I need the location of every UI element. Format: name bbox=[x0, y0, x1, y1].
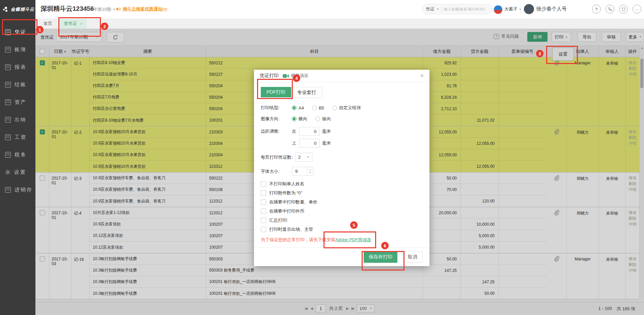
radio-icon[interactable] bbox=[292, 117, 297, 121]
sidebar-item-label: 工资 bbox=[15, 134, 27, 140]
per-page-select[interactable]: 2 ▼ bbox=[296, 153, 312, 162]
note-text: 为了保证您的正常打印，请先下载安装 bbox=[261, 237, 335, 242]
dialog-body: PDF打印 专业套打 打印纸型: A4B5自定义纸张 图像方向: 横向纵向 边距… bbox=[254, 82, 429, 243]
save-and-print-button[interactable]: 保存并打印 bbox=[364, 251, 397, 263]
sidebar: 金蝶精斗云 凭证账簿报表结账资产出纳工资税务设置进销存 bbox=[0, 0, 35, 315]
radio-label: A4 bbox=[299, 105, 304, 111]
chevron-down-icon[interactable]: ▼ bbox=[437, 8, 439, 11]
tab-label: 查凭证 bbox=[64, 21, 77, 27]
print-option[interactable]: 不打印制单人姓名 bbox=[261, 179, 423, 188]
search-input[interactable] bbox=[443, 7, 486, 11]
sidebar-item-label: 凭证 bbox=[15, 29, 27, 35]
radio-icon[interactable] bbox=[292, 105, 297, 110]
adobe-pdf-reader-link[interactable]: Adobe PDF阅读器 bbox=[335, 237, 371, 242]
period-selector[interactable]: 2017年第10期 ▼ bbox=[83, 6, 115, 12]
radio-option-B5[interactable]: B5 bbox=[312, 105, 324, 111]
topbar: 深圳精斗云123456 2017年第10期 ▼ 精斗云续签优惠通知>> 凭证 ▼… bbox=[35, 0, 644, 19]
sidebar-item-设置[interactable]: 设置 bbox=[0, 163, 35, 181]
sidebar-item-账簿[interactable]: 账簿 bbox=[0, 41, 35, 58]
tab-pdf-print[interactable]: PDF打印 bbox=[261, 87, 291, 97]
margin-left-input[interactable] bbox=[299, 127, 319, 136]
print-option-label: 打印时显示出纳、主管 bbox=[269, 226, 313, 232]
chevron-up-icon[interactable]: ▲ bbox=[309, 169, 311, 171]
question-icon: ? bbox=[592, 5, 601, 13]
period-label: 2017年第10期 bbox=[83, 6, 111, 12]
checkbox-icon[interactable] bbox=[261, 209, 266, 214]
sidebar-item-label: 结账 bbox=[15, 82, 27, 88]
print-option-label: 在摘要中打印外币 bbox=[269, 208, 304, 214]
phone-button[interactable] bbox=[606, 5, 614, 13]
checkbox-icon[interactable] bbox=[261, 199, 266, 205]
user-menu[interactable]: 大酱子 ▼ bbox=[504, 6, 522, 12]
print-option[interactable]: 在摘要中打印数量、单价 bbox=[261, 197, 423, 207]
radio-option-A4[interactable]: A4 bbox=[292, 105, 304, 111]
sidebar-item-结账[interactable]: 结账 bbox=[0, 76, 35, 93]
checkbox-icon[interactable] bbox=[261, 227, 266, 232]
print-option[interactable]: 汇总打印: bbox=[261, 216, 423, 225]
print-option[interactable]: 打印附件数为 “0” bbox=[261, 188, 423, 197]
checkbox-icon[interactable] bbox=[261, 218, 266, 223]
per-page-label: 每页打印凭证数: bbox=[261, 154, 293, 160]
sidebar-item-税务[interactable]: 税务 bbox=[0, 146, 35, 163]
font-size-stepper[interactable]: 9 ▲▼ bbox=[292, 167, 313, 176]
tab-pro-print[interactable]: 专业套打 bbox=[291, 87, 322, 98]
radio-option-横向[interactable]: 横向 bbox=[292, 116, 307, 122]
paper-type-options: A4B5自定义纸张 bbox=[292, 105, 369, 111]
exit-button[interactable]: ← bbox=[633, 5, 641, 13]
sidebar-item-出纳[interactable]: 出纳 bbox=[0, 111, 35, 128]
app-logo: 金蝶精斗云 bbox=[0, 0, 35, 19]
margin-label: 边距调整: bbox=[261, 128, 292, 134]
user-name: 大酱子 bbox=[504, 6, 517, 12]
sidebar-item-label: 资产 bbox=[15, 99, 27, 105]
print-option[interactable]: 在摘要中打印外币 bbox=[261, 207, 423, 216]
margin-left-label: 左 bbox=[292, 128, 299, 134]
help-button[interactable]: ? bbox=[592, 5, 601, 13]
close-icon[interactable]: × bbox=[80, 21, 83, 26]
sidebar-item-资产[interactable]: 资产 bbox=[0, 93, 35, 111]
radio-icon[interactable] bbox=[315, 117, 320, 121]
print-option-label: 在摘要中打印数量、单价 bbox=[269, 199, 317, 205]
chevron-down-icon[interactable]: ▼ bbox=[309, 172, 311, 174]
radio-label: 自定义纸张 bbox=[339, 105, 361, 111]
sidebar-item-工资[interactable]: 工资 bbox=[0, 128, 35, 146]
close-icon[interactable]: × bbox=[420, 72, 424, 79]
print-option[interactable]: 打印时显示出纳、主管 bbox=[261, 225, 423, 234]
checkbox-icon[interactable] bbox=[261, 181, 266, 187]
tab-home[interactable]: 首页 bbox=[39, 19, 57, 29]
margin-left-row: 边距调整: 左 毫米 bbox=[261, 127, 423, 136]
radio-icon[interactable] bbox=[312, 105, 317, 110]
checkbox-icon[interactable] bbox=[261, 190, 266, 196]
voucher-print-dialog: 凭证打印 视频演示 × PDF打印 专业套打 打印纸型: A4B5自定义纸张 图… bbox=[254, 70, 429, 266]
avatar[interactable] bbox=[524, 4, 534, 14]
sidebar-item-label: 进销存 bbox=[15, 187, 33, 193]
search-icon[interactable] bbox=[488, 7, 488, 12]
tab-view-voucher[interactable]: 查凭证 × bbox=[60, 19, 87, 29]
cancel-button[interactable]: 取消 bbox=[402, 251, 423, 263]
ledger-icon bbox=[5, 47, 11, 53]
sidebar-item-报表[interactable]: 报表 bbox=[0, 58, 35, 76]
avatar[interactable] bbox=[494, 5, 503, 14]
inventory-icon bbox=[5, 187, 11, 193]
account-name: 徐少春个人号 bbox=[536, 6, 567, 12]
tax-icon bbox=[5, 152, 11, 158]
notice-banner[interactable]: 精斗云续签优惠通知>> bbox=[116, 6, 167, 12]
theme-button[interactable] bbox=[619, 5, 628, 13]
margin-top-input[interactable] bbox=[299, 139, 319, 148]
sidebar-item-进销存[interactable]: 进销存 bbox=[0, 181, 35, 198]
divider bbox=[521, 5, 521, 13]
tab-list-chevron-icon[interactable]: ▼ bbox=[102, 22, 105, 26]
tab-strip: 首页 查凭证 × ▼ bbox=[35, 19, 644, 29]
notice-link[interactable]: 精斗云续签优惠通知>> bbox=[123, 6, 167, 12]
stepper-arrows[interactable]: ▲▼ bbox=[307, 167, 313, 176]
sidebar-item-凭证[interactable]: 凭证 bbox=[0, 23, 35, 41]
sidebar-item-label: 税务 bbox=[15, 152, 27, 158]
radio-option-自定义纸张[interactable]: 自定义纸张 bbox=[332, 105, 361, 111]
radio-icon[interactable] bbox=[332, 105, 337, 110]
sidebar-item-label: 报表 bbox=[15, 64, 27, 70]
font-size-label: 字体大小: bbox=[261, 168, 292, 175]
font-size-value: 9 bbox=[295, 169, 298, 174]
video-demo-link[interactable]: 视频演示 bbox=[283, 73, 308, 79]
search-category[interactable]: 凭证 bbox=[426, 6, 435, 12]
radio-option-纵向[interactable]: 纵向 bbox=[315, 116, 331, 122]
font-size-row: 字体大小: 9 ▲▼ bbox=[261, 167, 423, 176]
